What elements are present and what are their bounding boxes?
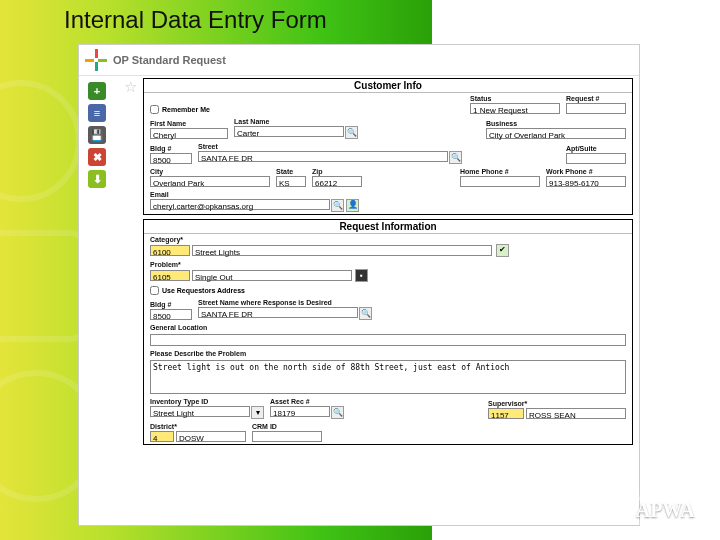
use-requestor-address-label: Use Requestors Address	[162, 287, 245, 294]
page-title: Internal Data Entry Form	[64, 6, 327, 34]
last-name-label: Last Name	[234, 118, 358, 125]
request-info-panel: Request Information Category 6100 Street…	[143, 219, 633, 445]
asset-rec-field[interactable]: 18179	[270, 406, 330, 417]
email-label: Email	[150, 191, 410, 198]
remember-me-checkbox[interactable]: Remember Me	[150, 105, 210, 114]
app-header: OP Standard Request	[79, 45, 639, 76]
lookup-icon[interactable]: 🔍	[359, 307, 372, 320]
apwa-branding: PUBLIC WORKS APWA INSTITUTE	[632, 494, 698, 526]
status-field[interactable]: 1 New Request	[470, 103, 560, 114]
state-label: State	[276, 168, 306, 175]
last-name-field[interactable]: Carter	[234, 126, 344, 137]
status-label: Status	[470, 95, 560, 102]
supervisor-label: Supervisor	[488, 400, 626, 407]
bldg-label: Bldg #	[150, 145, 192, 152]
apt-label: Apt/Suite	[566, 145, 626, 152]
street-label: Street	[198, 143, 462, 150]
left-rail: + ≡ 💾 ✖ ⬇	[79, 76, 115, 524]
business-field[interactable]: City of Overland Park	[486, 128, 626, 139]
lookup-icon[interactable]: 🔍	[331, 406, 344, 419]
work-phone-field[interactable]: 913-895-6170	[546, 176, 626, 187]
zip-label: Zip	[312, 168, 362, 175]
supervisor-name-field[interactable]: ROSS SEAN	[526, 408, 626, 419]
favorite-star-icon[interactable]: ☆	[121, 78, 139, 96]
apt-field[interactable]	[566, 153, 626, 164]
category-name-field[interactable]: Street Lights	[192, 245, 492, 256]
first-name-label: First Name	[150, 120, 228, 127]
lookup-icon[interactable]: 🔍	[331, 199, 344, 212]
request-num-label: Request #	[566, 95, 626, 102]
supervisor-code-field[interactable]: 1157	[488, 408, 524, 419]
req-street-field[interactable]: SANTA FE DR	[198, 307, 358, 318]
lookup-icon[interactable]: 🔍	[449, 151, 462, 164]
general-location-field[interactable]	[150, 334, 626, 346]
city-field[interactable]: Overland Park	[150, 176, 270, 187]
close-icon[interactable]: ✖	[88, 148, 106, 166]
list-icon[interactable]: ≡	[88, 104, 106, 122]
home-phone-field[interactable]	[460, 176, 540, 187]
lookup-icon[interactable]: 🔍	[345, 126, 358, 139]
general-location-label: General Location	[150, 324, 626, 331]
email-field[interactable]: cheryl.carter@opkansas.org	[150, 199, 330, 210]
street-field[interactable]: SANTA FE DR	[198, 151, 448, 162]
crm-id-label: CRM ID	[252, 423, 322, 430]
remember-me-label: Remember Me	[162, 106, 210, 113]
contact-add-icon[interactable]: 👤	[346, 199, 359, 212]
branding-line2: INSTITUTE	[632, 519, 698, 526]
problem-code-field[interactable]: 6105	[150, 270, 190, 281]
district-label: District	[150, 423, 246, 430]
customer-info-panel: Customer Info Remember Me Status 1 New R…	[143, 78, 633, 215]
branding-line1: PUBLIC WORKS	[632, 494, 698, 501]
customer-info-title: Customer Info	[144, 79, 632, 93]
new-icon[interactable]: +	[88, 82, 106, 100]
app-window: OP Standard Request + ≡ 💾 ✖ ⬇ ☆ Customer…	[78, 44, 640, 526]
app-title: OP Standard Request	[113, 54, 226, 66]
inventory-type-label: Inventory Type ID	[150, 398, 264, 405]
category-pick-icon[interactable]: ✔	[496, 244, 509, 257]
crm-id-field[interactable]	[252, 431, 322, 442]
inventory-type-field[interactable]: Street Light	[150, 406, 250, 417]
request-num-field[interactable]	[566, 103, 626, 114]
req-bldg-field[interactable]: 8500	[150, 309, 192, 320]
city-label: City	[150, 168, 270, 175]
category-code-field[interactable]: 6100	[150, 245, 190, 256]
business-label: Business	[486, 120, 626, 127]
download-icon[interactable]: ⬇	[88, 170, 106, 188]
problem-label: Problem	[150, 261, 626, 268]
problem-desc-label: Please Describe the Problem	[150, 350, 626, 357]
use-requestor-address-checkbox[interactable]: Use Requestors Address	[150, 286, 245, 295]
district-name-field[interactable]: DOSW	[176, 431, 246, 442]
state-field[interactable]: KS	[276, 176, 306, 187]
req-street-label: Street Name where Response is Desired	[198, 299, 626, 306]
zip-field[interactable]: 66212	[312, 176, 362, 187]
asset-rec-label: Asset Rec #	[270, 398, 344, 405]
req-bldg-label: Bldg #	[150, 301, 192, 308]
first-name-field[interactable]: Cheryl	[150, 128, 228, 139]
app-logo-icon	[85, 49, 107, 71]
bldg-field[interactable]: 8500	[150, 153, 192, 164]
problem-name-field[interactable]: Single Out	[192, 270, 352, 281]
problem-pick-icon[interactable]: ▪	[355, 269, 368, 282]
home-phone-label: Home Phone #	[460, 168, 540, 175]
problem-desc-field[interactable]	[150, 360, 626, 394]
save-icon[interactable]: 💾	[88, 126, 106, 144]
work-phone-label: Work Phone #	[546, 168, 626, 175]
request-info-title: Request Information	[144, 220, 632, 234]
branding-logo-text: APWA	[632, 501, 698, 519]
category-label: Category	[150, 236, 626, 243]
use-requestor-address-input[interactable]	[150, 286, 159, 295]
remember-me-input[interactable]	[150, 105, 159, 114]
district-code-field[interactable]: 4	[150, 431, 174, 442]
chevron-down-icon[interactable]: ▾	[251, 406, 264, 419]
